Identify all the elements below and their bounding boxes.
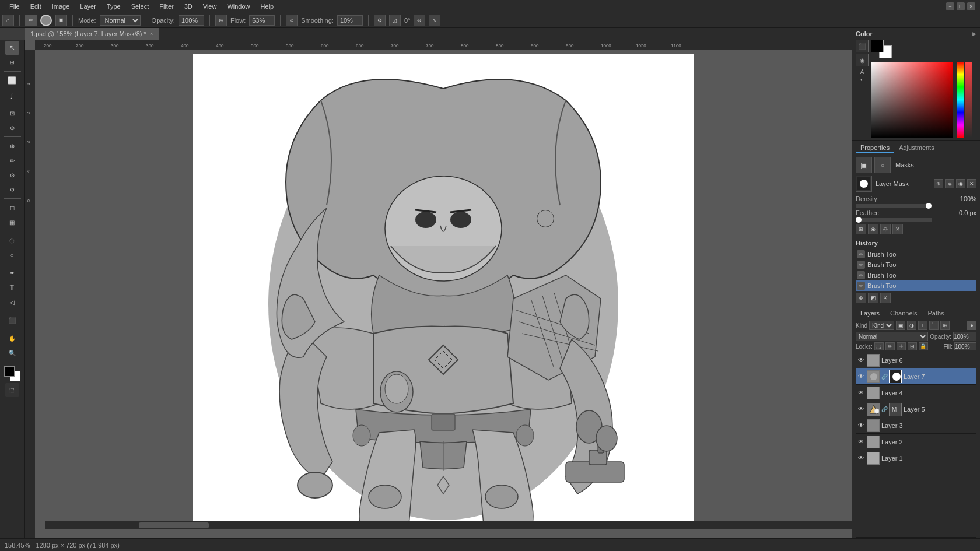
mask-btn-3[interactable]: ◎ [880, 224, 891, 234]
brush-tool[interactable]: ✏ [5, 153, 19, 167]
minimize-button[interactable]: − [946, 2, 954, 10]
menu-edit[interactable]: Edit [26, 2, 46, 11]
opacity-value[interactable] [953, 332, 977, 341]
opacity-input[interactable] [178, 15, 204, 26]
delete-mask-icon[interactable]: ✕ [967, 179, 977, 188]
feather-slider[interactable] [856, 218, 932, 222]
filter-type-btn[interactable]: T [918, 321, 928, 330]
pen-tool[interactable]: ✒ [5, 266, 19, 280]
mask-btn-4[interactable]: ✕ [892, 224, 903, 234]
layer-2-eye[interactable]: 👁 [857, 438, 865, 446]
history-brush-tool[interactable]: ↺ [5, 183, 19, 196]
color-chips[interactable] [3, 365, 22, 381]
dodge-tool[interactable]: ○ [5, 248, 19, 262]
blend-mode-select[interactable]: Normal [856, 332, 928, 341]
marquee-tool[interactable]: ⬜ [5, 73, 19, 87]
menu-type[interactable]: Type [102, 2, 125, 11]
layer-item-3[interactable]: 👁 Layer 3 [856, 417, 977, 434]
artboard-tool[interactable]: ⊞ [5, 55, 19, 69]
filter-smart-btn[interactable]: ⊕ [940, 321, 950, 330]
layer-item-2[interactable]: 👁 Layer 2 [856, 434, 977, 450]
new-snapshot-btn[interactable]: ⊕ [856, 293, 866, 303]
pressure-btn[interactable]: ⊕ [215, 15, 227, 26]
filter-shape-btn[interactable]: ⬛ [929, 321, 939, 330]
angle-btn[interactable]: ◿ [389, 15, 401, 26]
airbrush-btn[interactable]: ∞ [286, 15, 298, 26]
vector-mask-icon[interactable]: ○ [874, 157, 891, 173]
filter-adj-btn[interactable]: ◑ [907, 321, 916, 330]
menu-layer[interactable]: Layer [75, 2, 101, 11]
menu-select[interactable]: Select [127, 2, 154, 11]
delete-state-btn[interactable]: ✕ [880, 293, 891, 303]
tab-properties[interactable]: Properties [856, 143, 894, 153]
layer-5-mask[interactable]: M [889, 403, 902, 416]
brush-curve-btn[interactable]: ∿ [429, 15, 440, 26]
layer-4-eye[interactable]: 👁 [857, 389, 865, 397]
lock-transparent-btn[interactable]: ⬚ [874, 342, 884, 350]
canvas-white[interactable] [192, 54, 694, 529]
layers-tab-channels[interactable]: Channels [886, 308, 922, 318]
type-tool[interactable]: T [5, 280, 19, 294]
filter-toggle-btn[interactable]: ● [967, 321, 977, 330]
layer-5-eye[interactable]: 👁 [857, 405, 865, 413]
layer-3-eye[interactable]: 👁 [857, 422, 865, 430]
pixel-mask-icon[interactable]: ▣ [856, 157, 872, 173]
layer-item-1[interactable]: 👁 Layer 1 [856, 450, 977, 466]
layer-mask-preview[interactable] [856, 176, 872, 192]
stamp-tool[interactable]: ⊙ [5, 168, 19, 182]
hand-tool[interactable]: ✋ [5, 331, 19, 345]
eraser-tool[interactable]: ◻ [5, 201, 19, 215]
lasso-tool[interactable]: ʃ [5, 88, 19, 102]
color-hue-slider[interactable] [957, 62, 964, 138]
layer-7-mask[interactable] [889, 370, 902, 383]
crop-tool[interactable]: ⊡ [5, 106, 19, 120]
menu-window[interactable]: Window [222, 2, 254, 11]
active-tab[interactable]: 1.psd @ 158% (Layer 7, Layer Mask/8) * × [24, 28, 159, 40]
canvas-content[interactable] [35, 50, 852, 529]
hscroll-thumb[interactable] [139, 522, 209, 528]
home-button[interactable]: ⌂ [2, 15, 14, 26]
menu-file[interactable]: File [5, 2, 24, 11]
horizontal-scrollbar[interactable] [46, 521, 852, 529]
layer-6-eye[interactable]: 👁 [857, 356, 865, 364]
mask-visible-icon[interactable]: ◉ [956, 179, 965, 188]
menu-filter[interactable]: Filter [155, 2, 178, 11]
flow-input[interactable] [249, 15, 275, 26]
mask-btn-1[interactable]: ⊞ [856, 224, 866, 234]
healing-tool[interactable]: ⊕ [5, 139, 19, 153]
move-tool[interactable]: ↖ [5, 41, 19, 55]
brush-tool-btn[interactable]: ✏ [25, 15, 37, 26]
color-panel-arrow[interactable]: ▶ [972, 31, 977, 37]
foreground-color-box[interactable] [871, 40, 884, 52]
blur-tool[interactable]: ◌ [5, 233, 19, 247]
menu-view[interactable]: View [198, 2, 222, 11]
menu-3d[interactable]: 3D [180, 2, 197, 11]
layer-item-7[interactable]: 👁 🔗 Layer 7 [856, 368, 977, 385]
filter-pixel-btn[interactable]: ▣ [896, 321, 905, 330]
layers-tab-paths[interactable]: Paths [923, 308, 949, 318]
menu-help[interactable]: Help [256, 2, 279, 11]
maximize-button[interactable]: □ [957, 2, 965, 10]
tab-close[interactable]: × [150, 31, 153, 37]
path-select-tool[interactable]: ◁ [5, 295, 19, 309]
new-doc-from-state-btn[interactable]: ◩ [868, 293, 878, 303]
color-picker-icon[interactable]: ⬛ [856, 40, 869, 52]
menu-image[interactable]: Image [47, 2, 75, 11]
zoom-tool[interactable]: 🔍 [5, 346, 19, 360]
smoothing-input[interactable] [337, 15, 363, 26]
quick-mask-btn[interactable]: ⬚ [5, 383, 19, 397]
mode-select[interactable]: Normal [100, 15, 141, 26]
color-text-icon[interactable]: A [858, 68, 866, 76]
lock-position-btn[interactable]: ✛ [897, 342, 906, 350]
eyedropper-tool[interactable]: ⊘ [5, 121, 19, 135]
mask-btn-2[interactable]: ◉ [868, 224, 878, 234]
layer-item-5[interactable]: 👁 🔗 M Layer 5 [856, 401, 977, 417]
color-channels-icon[interactable]: ◉ [856, 54, 869, 66]
canvas-area[interactable]: 200 250 300 350 400 450 500 550 600 650 … [24, 40, 852, 538]
history-item-2[interactable]: ✏ Brush Tool [856, 270, 977, 280]
brush-options-btn[interactable]: ▣ [55, 15, 67, 26]
gradient-tool[interactable]: ▦ [5, 215, 19, 229]
close-button[interactable]: × [967, 2, 975, 10]
lock-image-btn[interactable]: ✏ [886, 342, 895, 350]
history-item-1[interactable]: ✏ Brush Tool [856, 259, 977, 270]
